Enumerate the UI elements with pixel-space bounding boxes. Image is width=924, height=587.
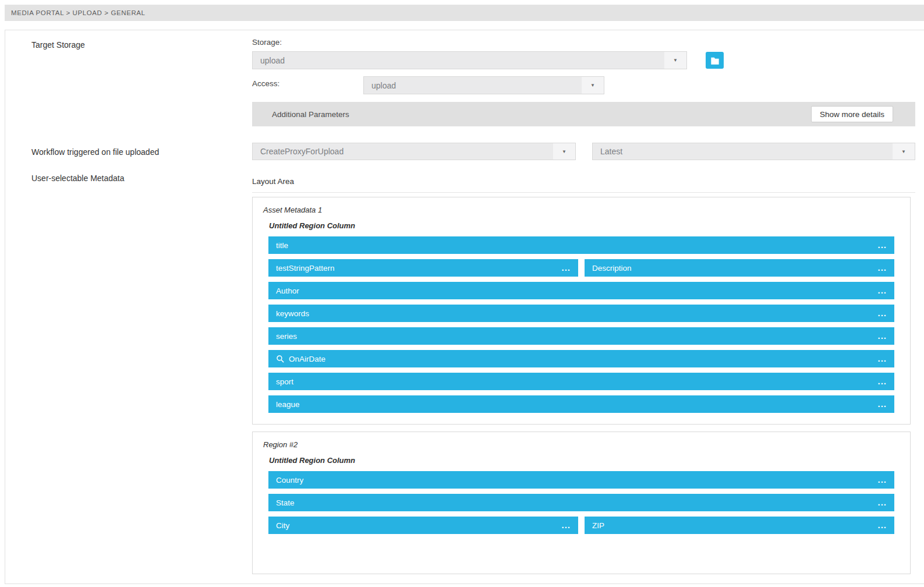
additional-parameters-bar: Additional Parameters Show more details [252,102,915,126]
ellipsis-menu-icon[interactable]: ... [877,379,887,384]
metadata-field-label: Country [276,476,303,485]
ellipsis-menu-icon[interactable]: ... [877,288,887,294]
workflow-version-select[interactable]: Latest ▼ [592,143,915,160]
metadata-bar-row: keywords... [268,305,894,322]
metadata-field-label: Description [592,264,632,273]
ellipsis-menu-icon[interactable]: ... [877,310,887,316]
metadata-bar-row: City...ZIP... [268,517,894,534]
workflow-version-value: Latest [593,143,893,160]
metadata-field-label: sport [276,377,293,386]
metadata-field-label: City [276,521,289,530]
region-bars: title...testStringPattern...Description.… [268,236,894,413]
metadata-bar-row: Country... [268,471,894,489]
breadcrumb-text: MEDIA PORTAL > UPLOAD > GENERAL [11,9,146,16]
metadata-section-label: User-selectable Metadata [31,174,125,183]
browse-storage-button[interactable] [706,52,724,69]
metadata-bar-row: sport... [268,373,894,390]
workflow-select[interactable]: CreateProxyForUpload ▼ [252,143,576,160]
metadata-field-label: OnAirDate [289,355,325,363]
storage-select-value: upload [253,52,664,69]
ellipsis-menu-icon[interactable]: ... [561,265,571,271]
chevron-down-icon[interactable]: ▼ [553,143,575,160]
workflow-section-label: Workflow triggered on file uploaded [31,147,159,157]
metadata-field-bar[interactable]: City... [268,517,578,534]
metadata-region: Region #2 Untitled Region Column Country… [252,432,911,574]
chevron-down-icon[interactable]: ▼ [664,52,686,69]
show-more-details-button[interactable]: Show more details [811,106,893,122]
metadata-field-label: State [276,498,295,507]
metadata-bar-row: testStringPattern...Description... [268,259,894,277]
chevron-down-icon[interactable]: ▼ [582,77,604,94]
region-column-title: Untitled Region Column [269,221,894,230]
metadata-bar-row: series... [268,327,894,345]
breadcrumb[interactable]: MEDIA PORTAL > UPLOAD > GENERAL [5,5,924,21]
metadata-bar-row: Author... [268,282,894,299]
metadata-region: Asset Metadata 1 Untitled Region Column … [252,197,911,425]
access-label: Access: [252,79,279,88]
metadata-field-label: keywords [276,309,309,318]
metadata-field-label: testStringPattern [276,264,335,273]
metadata-field-bar[interactable]: State... [268,494,894,511]
ellipsis-menu-icon[interactable]: ... [877,522,887,528]
ellipsis-menu-icon[interactable]: ... [877,242,887,248]
ellipsis-menu-icon[interactable]: ... [877,500,887,505]
metadata-field-bar[interactable]: Author... [268,282,894,299]
metadata-field-bar[interactable]: testStringPattern... [268,259,578,277]
storage-select[interactable]: upload ▼ [252,51,687,69]
ellipsis-menu-icon[interactable]: ... [877,401,887,407]
workflow-select-value: CreateProxyForUpload [253,143,553,160]
folder-icon [710,56,720,65]
ellipsis-menu-icon[interactable]: ... [877,265,887,271]
region-bars: Country...State...City...ZIP... [268,471,894,534]
metadata-bar-row: OnAirDate... [268,350,894,367]
metadata-bar-row: State... [268,494,894,511]
metadata-field-bar[interactable]: ZIP... [585,517,894,534]
ellipsis-menu-icon[interactable]: ... [877,356,887,362]
region-title: Region #2 [263,440,894,449]
metadata-field-bar[interactable]: Country... [268,471,894,489]
ellipsis-menu-icon[interactable]: ... [877,333,887,339]
additional-parameters-label: Additional Parameters [272,110,349,119]
metadata-bar-row: league... [268,395,894,413]
metadata-field-label: league [276,400,300,409]
metadata-field-bar[interactable]: series... [268,327,894,345]
metadata-field-label: ZIP [592,521,604,530]
storage-label: Storage: [252,38,282,47]
metadata-field-bar[interactable]: keywords... [268,305,894,322]
ellipsis-menu-icon[interactable]: ... [561,522,571,528]
main-panel: Target Storage Workflow triggered on fil… [5,30,924,584]
layout-area-divider [252,192,915,193]
metadata-bar-row: title... [268,236,894,254]
region-column-title: Untitled Region Column [269,456,894,465]
metadata-field-label: series [276,332,297,341]
metadata-field-bar[interactable]: sport... [268,373,894,390]
access-select[interactable]: upload ▼ [363,76,604,94]
access-select-value: upload [364,77,582,94]
metadata-field-bar[interactable]: league... [268,395,894,413]
target-storage-section-label: Target Storage [31,40,85,49]
region-title: Asset Metadata 1 [263,206,894,214]
metadata-field-bar[interactable]: Description... [585,259,894,277]
metadata-field-label: title [276,241,288,250]
layout-area-label: Layout Area [252,177,294,186]
metadata-field-label: Author [276,287,299,295]
metadata-field-bar[interactable]: title... [268,236,894,254]
ellipsis-menu-icon[interactable]: ... [877,477,887,483]
chevron-down-icon[interactable]: ▼ [893,143,915,160]
search-icon [276,355,285,363]
metadata-field-bar[interactable]: OnAirDate... [268,350,894,367]
